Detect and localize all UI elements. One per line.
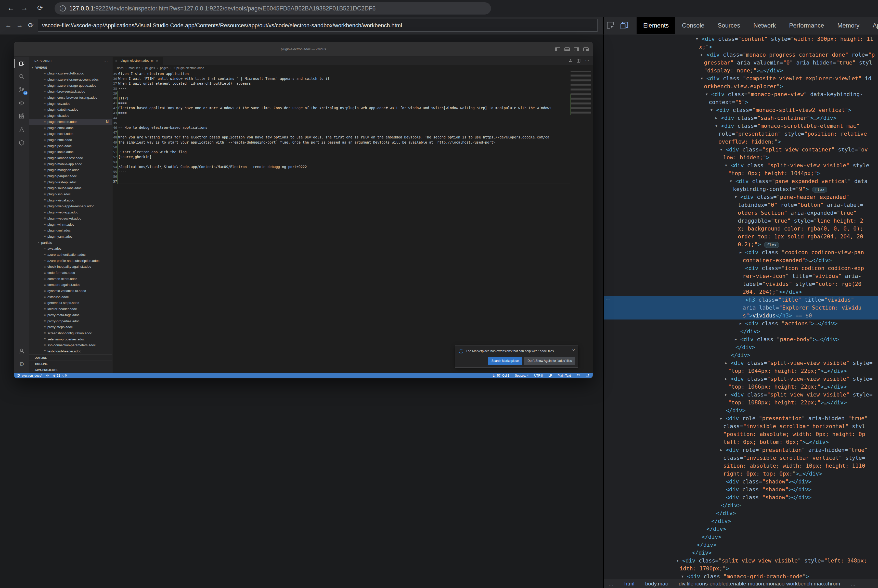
accounts-icon[interactable] <box>14 344 29 357</box>
dom-tree-node[interactable]: low: hidden;"> <box>604 153 878 161</box>
breadcrumb-more[interactable]: ... <box>851 580 856 587</box>
expand-arrow-icon[interactable]: ▼ <box>706 90 711 98</box>
run-debug-icon[interactable] <box>14 96 29 110</box>
dom-tree-node[interactable]: ▼<div class="pane expanded vertical" dat… <box>604 177 878 185</box>
notifications-bell-icon[interactable] <box>586 374 590 377</box>
expand-arrow-icon[interactable]: ▼ <box>720 146 726 153</box>
browser-forward-icon[interactable]: → <box>20 3 28 13</box>
explorer-file[interactable]: ≡plugin-websocket.adoc <box>29 216 112 222</box>
dom-tree-node[interactable]: ⋯<h3 class="title" title="vividus" <box>604 296 878 304</box>
code-line-49[interactable]: 49The simpliest way is to start your app… <box>113 140 570 145</box>
dom-breadcrumb-item[interactable]: body.mac <box>645 580 668 587</box>
expand-arrow-icon[interactable]: ▼ <box>696 35 701 43</box>
tab-plugin-electron[interactable]: ≡ plugin-electron.adoc M × <box>113 57 163 65</box>
eol-sequence[interactable]: LF <box>548 374 552 377</box>
dom-tree-node[interactable]: "top: 1088px; height: 22px;">…</div> <box>604 399 878 406</box>
dom-tree-node[interactable]: </div> <box>604 509 878 517</box>
explorer-file[interactable]: ≡plugin-azure-sql-db.adoc <box>29 70 112 76</box>
explorer-file[interactable]: ≡plugin-cross-browser-testing.adoc <box>29 94 112 101</box>
explorer-file[interactable]: ≡locator-header.adoc <box>29 306 112 312</box>
devtools-tab-console[interactable]: Console <box>675 17 711 34</box>
breadcrumb-ellipsis[interactable]: … <box>608 580 614 587</box>
dom-tree-node[interactable]: <div class="shadow"></div> <box>604 478 878 486</box>
cast-address-input[interactable]: vscode-file://vscode-app/Applications/Vi… <box>38 19 598 32</box>
dom-tree-node[interactable]: <div class="shadow"></div> <box>604 486 878 494</box>
code-line-36[interactable]: 36When I wait `PT1M` until window with t… <box>113 76 570 81</box>
dom-tree-node[interactable]: "position: absolute; width: 0px; height:… <box>604 430 878 438</box>
code-line-45[interactable]: 45 <box>113 120 570 125</box>
dom-tree-node[interactable]: olders Section" aria-expanded="true" <box>604 209 878 217</box>
code-line-44[interactable]: 44 <box>113 116 570 120</box>
dom-tree-node[interactable]: draggable="true" style="line-height: 2 <box>604 217 878 225</box>
dom-tree-node[interactable]: container-expanded">…</div> <box>604 256 878 264</box>
split-editor-icon[interactable] <box>577 59 580 63</box>
flex-badge[interactable]: flex <box>764 242 780 248</box>
dom-tree-node[interactable]: ▼<div class="monaco-grid-branch-node"> <box>604 573 878 579</box>
dom-tree-node[interactable]: ▼<div class="split-view-view visible" st… <box>604 556 878 564</box>
breadcrumb-item[interactable]: modules <box>129 66 140 70</box>
search-marketplace-button[interactable]: Search Marketplace <box>488 357 522 364</box>
expand-arrow-icon[interactable]: ▼ <box>710 106 716 114</box>
dom-tree-node[interactable]: left: 0px; bottom: 0px;">…</div> <box>604 438 878 446</box>
git-branch-item[interactable]: electron_docs* <box>17 374 42 377</box>
code-line-43[interactable]: 43==== <box>113 111 570 116</box>
dom-tree-node[interactable]: </div> <box>604 351 878 359</box>
dom-tree-node[interactable]: </div> <box>604 525 878 533</box>
dom-tree-node[interactable]: ▼<div class="composite viewlet explorer-… <box>604 75 878 82</box>
code-line-42[interactable]: 42Electron based applications may have o… <box>113 106 570 110</box>
feedback-icon[interactable] <box>577 374 580 377</box>
dom-tree-node[interactable]: ▶<div role="presentation" aria-hidden="t… <box>604 414 878 422</box>
site-info-icon[interactable]: i <box>60 5 66 12</box>
dom-tree-node[interactable]: ▶<div class="split-view-view visible" st… <box>604 375 878 383</box>
expand-arrow-icon[interactable]: ▶ <box>720 446 726 454</box>
expand-arrow-icon[interactable]: ▼ <box>735 193 740 201</box>
dom-tree-node[interactable]: ▼<div class="split-view-view visible" st… <box>604 161 878 169</box>
dont-show-again-button[interactable]: Don't Show Again for '.adoc' files <box>524 357 575 364</box>
dom-tree-node[interactable]: right: 0px; top: 0px;">…</div> <box>604 470 878 478</box>
dom-tree-node[interactable]: class="invisible scrollbar vertical" sty… <box>604 454 878 462</box>
devtools-tab-performance[interactable]: Performance <box>782 17 831 34</box>
explorer-file[interactable]: ≡plugin-web-app.adoc <box>29 209 112 216</box>
expand-arrow-icon[interactable]: ▶ <box>725 359 731 367</box>
expand-arrow-icon[interactable]: ▶ <box>740 320 745 327</box>
explorer-file[interactable]: ≡plugin-lambda-test.adoc <box>29 155 112 161</box>
browser-back-icon[interactable]: ← <box>7 3 15 13</box>
explorer-file[interactable]: ≡generic-ui-steps.adoc <box>29 300 112 306</box>
explorer-file[interactable]: ≡plugin-csv.adoc <box>29 100 112 106</box>
dom-tree-node[interactable]: </div> <box>604 541 878 549</box>
dom-tree-node[interactable]: ▼<div class="monaco-split-view2 vertical… <box>604 106 878 114</box>
code-line-48[interactable]: 48When you are writing tests for the ele… <box>113 135 570 140</box>
sidebar-section-java-projects[interactable]: ›JAVA PROJECTS <box>29 367 112 373</box>
dom-tree-node[interactable]: "top: 0px; height: 1044px;"> <box>604 169 878 177</box>
flex-badge[interactable]: flex <box>812 187 827 192</box>
dom-tree-node[interactable]: x; background-color: rgba(0, 0, 0, 0); <box>604 225 878 232</box>
explorer-file[interactable]: ≡plugin-email.adoc <box>29 125 112 131</box>
explorer-file[interactable]: ≡plugin-json.adoc <box>29 143 112 149</box>
breadcrumb-item[interactable]: ≡plugin-electron.adoc <box>173 66 204 70</box>
indentation[interactable]: Spaces: 4 <box>515 374 529 377</box>
breadcrumb-item[interactable]: plugins <box>145 66 155 70</box>
explorer-file[interactable]: ≡plugin-excel.adoc <box>29 131 112 137</box>
sidebar-section-timeline[interactable]: ›TIMELINE <box>29 360 112 367</box>
expand-arrow-icon[interactable]: ▼ <box>725 161 731 169</box>
expand-arrow-icon[interactable]: ▼ <box>730 177 736 185</box>
explorer-file[interactable]: ≡proxy-meta-tags.adoc <box>29 312 112 318</box>
explorer-file[interactable]: ≡plugin-datetime.adoc <box>29 106 112 113</box>
explorer-file[interactable]: ≡compare-against.adoc <box>29 282 112 288</box>
dom-tree-node[interactable]: class="invisible scrollbar horizontal" s… <box>604 422 878 430</box>
code-line-50[interactable]: 50 <box>113 145 570 150</box>
code-line-52[interactable]: 52[source,gherkin] <box>113 154 570 159</box>
code-line-40[interactable]: 40[TIP] <box>113 96 570 101</box>
dom-tree-node[interactable]: label="vividus" style="color: rgb(20 <box>604 280 878 288</box>
expand-arrow-icon[interactable]: ▶ <box>740 248 745 256</box>
dom-tree-node[interactable]: 0.2);">flex <box>604 240 878 248</box>
dom-tree-node[interactable]: <div class="icon codicon codicon-exp <box>604 264 878 272</box>
code-line-56[interactable]: 56 <box>113 174 570 179</box>
dom-tree-node[interactable]: overflow: hidden;"> <box>604 138 878 146</box>
toggle-device-toolbar-icon[interactable] <box>617 17 631 34</box>
code-line-46[interactable]: 46== How to debug electron-based applica… <box>113 125 570 130</box>
dom-tree-node[interactable]: </div> <box>604 343 878 351</box>
dom-tree-node[interactable]: ▼<div class="monaco-scrollable-element m… <box>604 122 878 130</box>
explorer-file[interactable]: ≡common-filters.adoc <box>29 276 112 282</box>
settings-gear-icon[interactable]: ⚙ <box>14 357 29 371</box>
